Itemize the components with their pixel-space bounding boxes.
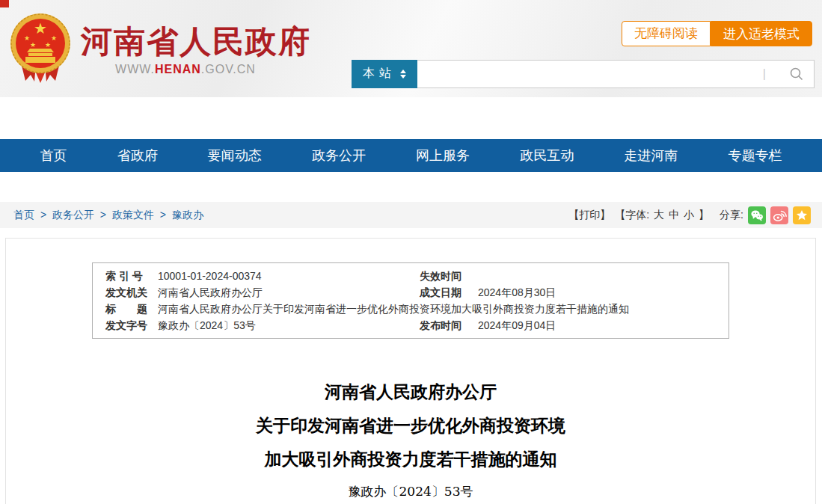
article-title-line3: 加大吸引外商投资力度若干措施的通知	[6, 442, 815, 476]
site-title: 河南省人民政府	[81, 21, 311, 63]
breadcrumb-gov-affairs[interactable]: 政务公开	[52, 209, 94, 221]
wechat-share-icon[interactable]	[748, 206, 766, 224]
meta-expire-value	[478, 268, 729, 284]
meta-title-value: 河南省人民政府办公厅关于印发河南省进一步优化外商投资环境加大吸引外商投资力度若干…	[158, 301, 729, 317]
meta-agency-value: 河南省人民政府办公厅	[158, 284, 420, 301]
nav-item-about-henan[interactable]: 走进河南	[624, 147, 678, 165]
nav-item-online-services[interactable]: 网上服务	[416, 147, 470, 165]
meta-index-value: 10001-01-2024-00374	[158, 268, 420, 284]
nav-item-special-topics[interactable]: 专题专栏	[728, 147, 782, 165]
breadcrumb-home[interactable]: 首页	[13, 209, 34, 221]
svg-text:★: ★	[51, 34, 57, 42]
site-header: ★ ★ ★ ★ ★ 河南省人民政府 WWW.HENAN.GOV.CN 无障碍阅读…	[0, 0, 822, 97]
article-title: 河南省人民政府办公厅 关于印发河南省进一步优化外商投资环境 加大吸引外商投资力度…	[6, 375, 815, 476]
font-size-label-close: 】	[699, 209, 709, 222]
meta-date-written-label: 成文日期	[420, 284, 478, 301]
breadcrumb-policy-docs[interactable]: 政策文件	[112, 209, 154, 221]
font-size-label: 【字体:	[615, 209, 649, 222]
print-button[interactable]: 【打印】	[568, 209, 610, 222]
star-share-icon[interactable]	[793, 206, 811, 224]
weibo-share-icon[interactable]	[770, 206, 788, 224]
breadcrumb-separator: >	[40, 209, 46, 221]
page-tools: 【打印】 【字体: 大 中 小 】 分享:	[568, 206, 811, 224]
font-size-medium[interactable]: 中	[669, 209, 679, 222]
meta-agency-label: 发文机关	[105, 284, 158, 301]
nav-item-provincial-gov[interactable]: 省政府	[117, 147, 158, 165]
search-bar: 本站 |	[352, 60, 815, 88]
nav-item-gov-affairs[interactable]: 政务公开	[312, 147, 366, 165]
site-url: WWW.HENAN.GOV.CN	[81, 63, 290, 76]
document-meta-table: 索 引 号 10001-01-2024-00374 失效时间 发文机关 河南省人…	[92, 262, 729, 339]
breadcrumb: 首页 > 政务公开 > 政策文件 > 豫政办	[13, 209, 206, 222]
meta-date-written-value: 2024年08月30日	[478, 284, 729, 301]
nav-item-home[interactable]: 首页	[40, 147, 67, 165]
article-doc-number: 豫政办〔2024〕53号	[6, 483, 815, 500]
main-nav: 首页 省政府 要闻动态 政务公开 网上服务 政民互动 走进河南 专题专栏	[0, 139, 822, 172]
svg-text:★: ★	[45, 41, 51, 49]
search-scope-select[interactable]: 本站	[352, 60, 417, 88]
elder-mode-button[interactable]: 进入适老模式	[711, 21, 812, 46]
nav-item-interaction[interactable]: 政民互动	[520, 147, 574, 165]
breadcrumb-yuzhengban[interactable]: 豫政办	[172, 209, 203, 221]
breadcrumb-separator: >	[100, 209, 106, 221]
breadcrumb-separator: >	[160, 209, 166, 221]
meta-doc-no-value: 豫政办〔2024〕53号	[158, 317, 420, 334]
national-emblem-logo: ★ ★ ★ ★ ★	[6, 9, 75, 88]
page: ★ ★ ★ ★ ★ 河南省人民政府 WWW.HENAN.GOV.CN 无障碍阅读…	[0, 0, 822, 504]
article-title-line2: 关于印发河南省进一步优化外商投资环境	[6, 408, 815, 442]
share-label: 分享:	[720, 209, 743, 222]
meta-title-label: 标 题	[105, 301, 158, 317]
svg-text:★: ★	[24, 34, 30, 42]
meta-index-label: 索 引 号	[105, 268, 158, 284]
svg-text:★: ★	[30, 41, 36, 49]
updown-arrows-icon	[400, 70, 406, 79]
article-container: 索 引 号 10001-01-2024-00374 失效时间 发文机关 河南省人…	[5, 238, 816, 504]
meta-publish-value: 2024年09月04日	[478, 317, 729, 334]
search-divider: |	[763, 67, 766, 81]
search-icon[interactable]	[779, 61, 814, 87]
meta-doc-no-label: 发文字号	[105, 317, 158, 334]
accessibility-button[interactable]: 无障碍阅读	[622, 21, 711, 46]
font-size-small[interactable]: 小	[684, 209, 694, 222]
meta-expire-label: 失效时间	[420, 268, 478, 284]
font-size-large[interactable]: 大	[654, 209, 664, 222]
search-scope-label: 本站	[363, 66, 396, 82]
svg-text:★: ★	[34, 19, 47, 37]
nav-item-news[interactable]: 要闻动态	[208, 147, 262, 165]
meta-publish-label: 发布时间	[420, 317, 478, 334]
corner-decoration	[0, 0, 9, 7]
breadcrumb-bar: 首页 > 政务公开 > 政策文件 > 豫政办 【打印】 【字体: 大 中 小 】…	[0, 202, 822, 228]
search-input[interactable]	[417, 61, 763, 87]
article-title-line1: 河南省人民政府办公厅	[6, 375, 815, 408]
